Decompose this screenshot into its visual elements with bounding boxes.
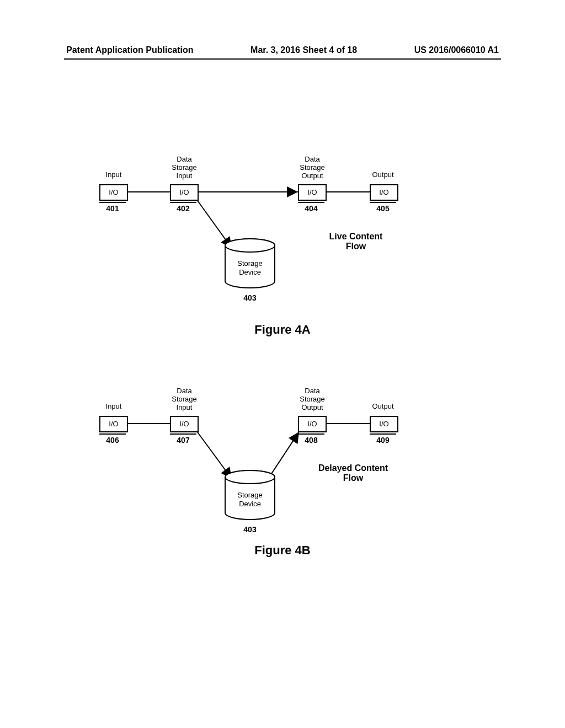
header-rule	[64, 58, 501, 60]
header-left: Patent Application Publication	[66, 45, 194, 55]
ref-405: 405	[370, 202, 396, 213]
page-header: Patent Application Publication Mar. 3, 2…	[0, 45, 565, 60]
figure-4a-connections	[0, 149, 565, 347]
ref-407: 407	[170, 433, 196, 445]
storage-label-a: Storage Device	[228, 259, 272, 276]
header-right: US 2016/0066010 A1	[414, 45, 499, 55]
io-box-405: I/O	[370, 184, 398, 201]
svg-line-8	[196, 431, 232, 479]
io-box-407: I/O	[170, 416, 199, 432]
figure-4b: Input I/O 406 Data Storage Input I/O 407…	[0, 381, 565, 579]
io-box-404: I/O	[298, 184, 327, 201]
label-input: Input	[97, 171, 130, 179]
io-box-408: I/O	[298, 416, 327, 432]
ref-408: 408	[298, 433, 324, 445]
label-output-b: Output	[366, 403, 399, 411]
ref-403-a: 403	[241, 293, 259, 302]
storage-label-b: Storage Device	[228, 491, 272, 508]
label-dsi-b: Data Storage Input	[168, 387, 201, 412]
ref-409: 409	[370, 433, 396, 445]
svg-point-11	[225, 470, 275, 484]
figure-4b-caption: Figure 4B	[0, 543, 565, 558]
io-box-409: I/O	[370, 416, 398, 432]
ref-404: 404	[298, 202, 324, 213]
ref-403-b: 403	[241, 525, 259, 534]
label-output: Output	[366, 171, 399, 179]
svg-line-3	[196, 199, 232, 248]
ref-402: 402	[170, 202, 196, 213]
label-dsi: Data Storage Input	[168, 156, 201, 180]
io-box-406: I/O	[99, 416, 128, 432]
io-box-401: I/O	[99, 184, 128, 201]
svg-point-5	[225, 239, 275, 252]
ref-406: 406	[99, 433, 126, 445]
flow-title-b: Delayed Content Flow	[306, 463, 400, 483]
ref-401: 401	[99, 202, 126, 213]
header-center: Mar. 3, 2016 Sheet 4 of 18	[250, 45, 357, 55]
flow-title-a: Live Content Flow	[309, 232, 403, 251]
figure-4a-caption: Figure 4A	[0, 323, 565, 337]
label-dso-b: Data Storage Output	[296, 387, 329, 412]
label-input-b: Input	[97, 403, 130, 411]
label-dso: Data Storage Output	[296, 156, 329, 180]
figure-4a: Input I/O 401 Data Storage Input I/O 402…	[0, 149, 565, 347]
svg-line-9	[268, 432, 299, 479]
io-box-402: I/O	[170, 184, 199, 201]
